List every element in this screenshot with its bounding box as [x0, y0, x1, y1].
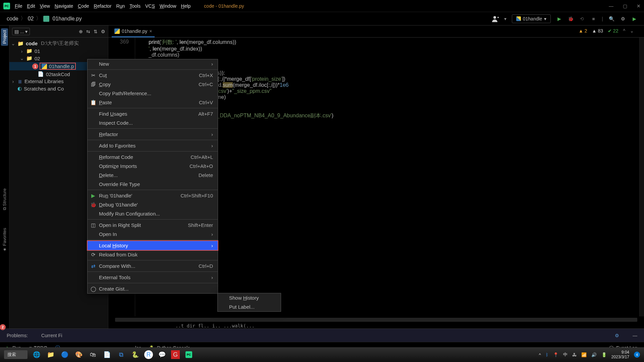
ctx-compare[interactable]: ⇄Compare With...Ctrl+D — [88, 261, 218, 270]
ctx-delete[interactable]: Delete...Delete — [88, 171, 218, 180]
ctx-add-favorites[interactable]: Add to Favorites› — [88, 141, 218, 150]
error-stripe[interactable] — [639, 38, 644, 316]
notes-icon[interactable]: 📄 — [102, 350, 112, 360]
ctx-cut[interactable]: ✂CutCtrl+X — [88, 71, 218, 80]
ctx-open-in[interactable]: Open In› — [88, 230, 218, 239]
panel-settings-icon[interactable]: ⚙ — [101, 29, 105, 34]
horizontal-scrollbar[interactable] — [115, 318, 637, 322]
search-icon[interactable]: 🔍 — [608, 16, 614, 22]
problems-label: Problems: — [7, 333, 28, 338]
locate-icon[interactable]: ⊕ — [79, 29, 83, 34]
close-tab-icon[interactable]: × — [149, 28, 152, 34]
store-icon[interactable]: 🛍 — [88, 350, 98, 360]
ctx-optimize[interactable]: Optimize ImportsCtrl+Alt+O — [88, 162, 218, 171]
taskbar-clock[interactable]: 9:042023/3/17 — [611, 350, 629, 359]
menu-vcs[interactable]: VCS — [145, 3, 155, 9]
run-icon[interactable]: ▶ — [556, 16, 562, 22]
tray-chevron-icon[interactable]: ^ — [539, 352, 541, 357]
expand-all-icon[interactable]: ⇆ — [86, 29, 90, 34]
taskbar-search[interactable]: 搜索 — [4, 350, 28, 359]
ctx-copy[interactable]: 🗐CopyCtrl+C — [88, 80, 218, 89]
menu-navigate[interactable]: Navigate — [55, 3, 73, 9]
rstudio-icon[interactable]: R — [144, 350, 153, 359]
network-icon[interactable]: 🖧 — [572, 352, 577, 357]
app-icon[interactable]: G — [171, 350, 180, 359]
run-config-name: 01handle — [523, 16, 542, 21]
crumb-file[interactable]: 01handle.py — [53, 16, 82, 22]
ctx-copy-path[interactable]: Copy Path/Reference... — [88, 89, 218, 98]
location-icon[interactable]: 📍 — [553, 352, 558, 357]
settings-icon[interactable]: ⚙ — [620, 16, 626, 22]
sub-put-label[interactable]: Put Label... — [218, 302, 281, 311]
menu-edit[interactable]: Edit — [27, 3, 35, 9]
menu-window[interactable]: Window — [160, 3, 176, 9]
add-user-icon[interactable] — [492, 15, 499, 22]
structure-tab[interactable]: ⧉ Structure — [1, 186, 8, 212]
close-icon[interactable]: ✕ — [637, 3, 641, 9]
menu-refactor[interactable]: Refactor — [94, 3, 112, 9]
ctx-refactor[interactable]: Refactor› — [88, 130, 218, 139]
ctx-paste[interactable]: 📋PasteCtrl+V — [88, 98, 218, 107]
battery-icon[interactable]: 🔋 — [601, 352, 607, 357]
crumb-root[interactable]: code — [7, 16, 18, 22]
ctx-reload-disk[interactable]: ⟳Reload from Disk — [88, 250, 218, 259]
ctx-local-history[interactable]: Local History› — [87, 240, 218, 251]
project-tab[interactable]: Project — [1, 28, 8, 46]
explorer-icon[interactable]: 📁 — [46, 350, 56, 360]
project-view-selector[interactable]: ▤ ... ▾ — [12, 28, 30, 35]
wechat-icon[interactable]: 💬 — [157, 350, 167, 360]
ctx-new[interactable]: New› — [88, 59, 218, 68]
ime-icon[interactable]: 中 — [563, 352, 568, 358]
library-icon: ⫼ — [17, 78, 22, 84]
wifi-icon[interactable]: 📶 — [581, 352, 587, 357]
problems-hide-icon[interactable]: — — [633, 333, 637, 338]
ctx-create-gist[interactable]: ◯Create Gist... — [88, 284, 218, 293]
minimize-icon[interactable]: — — [609, 3, 613, 9]
run-configuration-selector[interactable]: 01handle ▾ — [512, 14, 551, 23]
bluetooth-icon[interactable]: ᛒ — [546, 352, 548, 357]
debug-icon[interactable]: 🐞 — [568, 16, 574, 22]
python-icon[interactable]: 🐍 — [130, 350, 140, 360]
pycharm-taskbar-icon[interactable]: PC — [184, 350, 194, 360]
favorites-tab[interactable]: ★ Favorites — [1, 226, 8, 254]
ctx-run[interactable]: ▶Run '01handle'Ctrl+Shift+F10 — [88, 191, 218, 200]
run-with-coverage-icon[interactable]: ⟲ — [579, 16, 585, 22]
menu-view[interactable]: View — [40, 3, 50, 9]
menu-help[interactable]: Help — [181, 3, 191, 9]
users-menu-chevron-icon[interactable]: ▾ — [504, 16, 506, 21]
menu-tools[interactable]: Tools — [129, 3, 141, 9]
ctx-modify-run[interactable]: Modify Run Configuration... — [88, 209, 218, 218]
menu-file[interactable]: File — [15, 3, 22, 9]
notification-badge[interactable]: 4 — [634, 352, 640, 358]
ctx-reformat[interactable]: Reformat CodeCtrl+Alt+L — [88, 153, 218, 162]
annotation-badge-1: 1 — [32, 63, 38, 69]
crumb-folder[interactable]: 02 — [28, 16, 34, 22]
problems-settings-icon[interactable]: ⚙ — [615, 333, 619, 338]
stop-icon[interactable]: ■ — [590, 16, 596, 22]
paint-icon[interactable]: 🎨 — [74, 350, 84, 360]
split-icon: ◫ — [90, 222, 96, 228]
ctx-override-filetype[interactable]: Override File Type — [88, 180, 218, 189]
chevron-down-icon: ▾ — [544, 16, 546, 21]
ctx-inspect[interactable]: Inspect Code... — [88, 118, 218, 127]
run-icon: ▶ — [90, 193, 96, 199]
maximize-icon[interactable]: ▢ — [623, 3, 627, 9]
menu-code[interactable]: Code — [78, 3, 89, 9]
tree-root[interactable]: ⌄ 📁 code D:\大学\王老师实 — [9, 40, 108, 47]
ctx-external-tools[interactable]: External Tools› — [88, 273, 218, 282]
ctx-debug[interactable]: 🐞Debug '01handle' — [88, 200, 218, 209]
ctx-find-usages[interactable]: Find UsagesAlt+F7 — [88, 109, 218, 118]
chrome-icon[interactable]: 🌐 — [32, 350, 42, 360]
collapse-all-icon[interactable]: ⇅ — [94, 29, 98, 34]
problems-tab-current-file[interactable]: Current Fi — [41, 333, 62, 338]
run-anything-icon[interactable]: ▶ — [631, 16, 637, 22]
editor-tab-01handle[interactable]: 01handle.py × — [112, 25, 155, 37]
vscode-icon[interactable]: ⧉ — [116, 350, 126, 360]
ctx-open-right-split[interactable]: ◫Open in Right SplitShift+Enter — [88, 221, 218, 230]
sub-show-history[interactable]: Show History — [218, 293, 281, 302]
edge-icon[interactable]: 🔵 — [60, 350, 70, 360]
inspection-indicators[interactable]: ▲ 2 ▲ 83 ✔ 22 ^⌄ — [579, 28, 634, 34]
menu-run[interactable]: Run — [116, 3, 125, 9]
tree-folder-01[interactable]: › 📁 01 — [9, 47, 108, 55]
volume-icon[interactable]: 🔊 — [591, 352, 597, 357]
